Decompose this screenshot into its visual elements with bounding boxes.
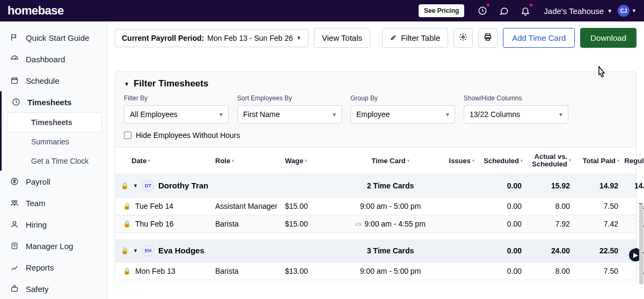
chat-icon[interactable] [498,5,510,17]
nav-hiring[interactable]: Hiring [0,214,107,235]
col-totalpaid[interactable]: Total Paid▾ [574,148,623,174]
chevron-down-icon: ▼ [133,248,138,253]
filter-title[interactable]: ▼ Filter Timesheets [124,78,627,89]
note-icon: ▭ [355,220,361,228]
dollar-icon [10,177,19,186]
add-time-card-button[interactable]: Add Time Card [503,28,575,48]
scrollbar-thumb[interactable] [639,204,643,285]
columns-select[interactable]: 13/22 Columns ▼ [464,105,568,123]
printer-icon [484,33,492,43]
book-icon [10,241,19,251]
chevron-down-icon: ▼ [124,81,129,87]
topbar: homebase See Pricing Jade's Teahouse ▼ C… [0,0,644,21]
nav-quick-start[interactable]: Quick Start Guide [0,27,107,48]
filter-by-select[interactable]: All Employees ▼ [124,105,229,123]
col-actualvs[interactable]: Actual vs. Scheduled▾ [526,148,574,174]
col-issues[interactable]: Issues▾ [448,148,478,174]
lock-icon: 🔒 [121,182,129,189]
account-name: Jade's Teahouse [544,6,604,16]
group-row[interactable]: 🔒 ▼ EH Eva Hodges 3 Time Cards 0.00 24.0… [115,239,636,262]
table-row[interactable]: 🔒Tue Feb 14 Assistant Manager $15.00 9:0… [115,198,636,215]
account-menu[interactable]: Jade's Teahouse ▼ [544,6,612,16]
clock-icon [11,97,21,107]
col-date[interactable]: Date▾ [115,148,212,174]
download-button[interactable]: Download [580,28,636,48]
main: Current Payroll Period: Mon Feb 13 - Sun… [107,21,644,299]
group-by-label: Group By [350,94,455,102]
nav-sub-get-clock[interactable]: Get a Time Clock [2,151,107,171]
calendar-icon [10,76,19,85]
filter-by-label: Filter By [124,94,229,102]
see-pricing-button[interactable]: See Pricing [419,4,464,17]
nav-group-timesheets: Timesheets Timesheets Summaries Get a Ti… [0,91,107,171]
hide-employees-checkbox[interactable]: Hide Employees Without Hours [124,131,627,140]
nav-sub-timesheets[interactable]: Timesheets [8,113,101,132]
avatar[interactable]: CJ [618,5,630,17]
lock-icon: 🔒 [123,220,131,228]
sort-by-select[interactable]: First Name ▼ [237,105,342,123]
nav-schedule[interactable]: Schedule [0,70,107,91]
col-role[interactable]: Role▾ [212,148,282,174]
employee-name: Eva Hodges [158,246,204,255]
filter-panel: ▼ Filter Timesheets Filter By All Employ… [115,71,636,148]
group-totalpaid: 14.92 [574,181,623,190]
group-row[interactable]: 🔒 ▼ DT Dorothy Tran 2 Time Cards 0.00 15… [115,174,636,198]
clock-icon[interactable] [477,5,488,17]
nav-sub-summaries[interactable]: Summaries [2,132,107,151]
col-timecard[interactable]: Time Card▾ [333,148,448,174]
col-scheduled[interactable]: Scheduled▾ [478,148,526,174]
vertical-scrollbar[interactable] [639,21,644,299]
chevron-down-icon: ▼ [218,112,224,118]
group-scheduled: 0.00 [478,181,526,190]
employee-name: Dorothy Tran [158,181,208,190]
group-actualvs: 24.00 [526,246,574,255]
columns-label: Show/Hide Columns [464,94,568,102]
svg-rect-1 [12,78,18,83]
svg-point-5 [15,200,17,202]
chevron-down-icon: ▼ [632,8,636,13]
nav-timesheets[interactable]: Timesheets [2,91,107,113]
lock-icon: 🔒 [121,247,129,254]
gear-icon [459,33,467,43]
lock-icon: 🔒 [123,267,131,275]
toolbar: Current Payroll Period: Mon Feb 13 - Sun… [107,21,644,52]
bell-icon[interactable] [519,5,531,17]
briefcase-icon [10,284,19,294]
group-by-select[interactable]: Employee ▼ [350,105,455,123]
view-totals-button[interactable]: View Totals [314,28,370,48]
nav-payroll[interactable]: Payroll [0,171,107,192]
nav-manager-log[interactable]: Manager Log [0,235,107,257]
employee-badge: DT [142,180,154,192]
table-row[interactable]: 🔒Thu Feb 16 Barista $15.00 ▭9:00 am - 4:… [115,215,636,233]
flag-icon [10,33,19,42]
col-wage[interactable]: Wage▾ [282,148,333,174]
logo: homebase [8,4,64,18]
group-scheduled: 0.00 [478,246,526,255]
timesheets-table: Date▾ Role▾ Wage▾ Time Card▾ Issues▾ Sch… [115,148,636,280]
nav-reports[interactable]: Reports [0,257,107,278]
chevron-down-icon: ▼ [296,35,302,41]
group-timecards: 2 Time Cards [333,181,448,190]
table-row[interactable]: 🔒Mon Feb 13 Barista $13.00 9:00 am - 5:0… [115,262,636,280]
svg-point-4 [12,200,14,202]
chevron-down-icon: ▼ [332,112,337,118]
nav-team[interactable]: Team [0,192,107,214]
person-icon [10,220,19,229]
group-actualvs: 15.92 [526,181,574,190]
svg-rect-8 [12,287,18,291]
nav-dashboard[interactable]: Dashboard [0,48,107,70]
lock-icon: 🔒 [123,202,131,210]
chevron-down-icon: ▼ [607,8,612,14]
chart-icon [10,262,19,272]
filter-table-button[interactable]: Filter Table [382,28,448,48]
print-button[interactable] [478,28,497,48]
chevron-down-icon: ▼ [133,183,138,188]
sidebar: Quick Start Guide Dashboard Schedule Tim… [0,21,107,299]
nav-safety[interactable]: Safety [0,278,107,299]
payroll-period-select[interactable]: Current Payroll Period: Mon Feb 13 - Sun… [115,29,309,47]
employee-badge: EH [142,245,154,257]
chevron-down-icon: ▼ [558,112,564,118]
sort-by-label: Sort Employees By [237,94,342,102]
wrench-icon [390,33,398,42]
settings-button[interactable] [453,28,473,48]
